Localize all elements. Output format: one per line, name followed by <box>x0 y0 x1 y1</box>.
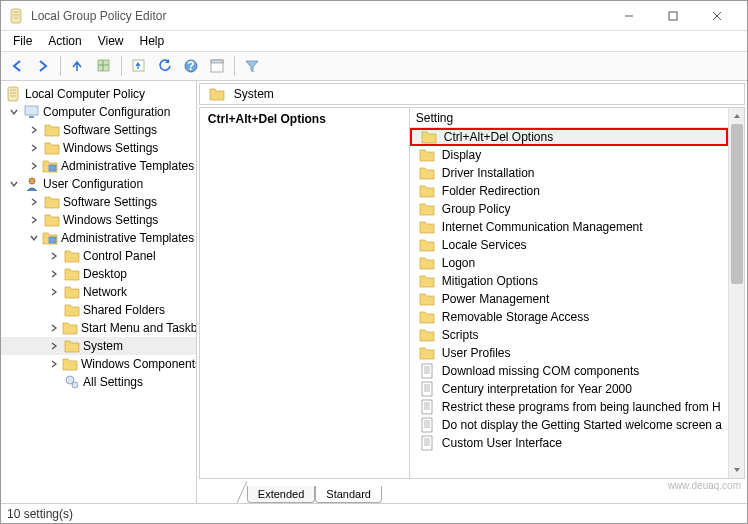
tree-label: Control Panel <box>83 249 156 263</box>
chevron-right-icon[interactable] <box>29 124 41 136</box>
chevron-down-icon[interactable] <box>9 178 21 190</box>
content-header: System <box>199 83 745 105</box>
tree-root[interactable]: Local Computer Policy <box>1 85 196 103</box>
chevron-right-icon[interactable] <box>49 322 59 334</box>
tab-standard[interactable]: Standard <box>315 486 382 503</box>
toolbar-separator <box>60 56 61 76</box>
tree-label: System <box>83 339 123 353</box>
list-item[interactable]: Century interpretation for Year 2000 <box>410 380 728 398</box>
folder-icon <box>419 291 435 307</box>
list-item[interactable]: Folder Redirection <box>410 182 728 200</box>
tree-label: Shared Folders <box>83 303 165 317</box>
menu-action[interactable]: Action <box>40 32 89 50</box>
scroll-down-button[interactable] <box>729 462 744 478</box>
list-item[interactable]: Do not display the Getting Started welco… <box>410 416 728 434</box>
list-item-label: Ctrl+Alt+Del Options <box>444 130 553 144</box>
settings-list[interactable]: Setting Ctrl+Alt+Del OptionsDisplayDrive… <box>410 108 728 478</box>
refresh-button[interactable] <box>153 54 177 78</box>
scroll-thumb[interactable] <box>731 124 743 284</box>
tree-uc-admin[interactable]: Administrative Templates <box>1 229 196 247</box>
chevron-right-icon[interactable] <box>29 160 39 172</box>
list-item[interactable]: Restrict these programs from being launc… <box>410 398 728 416</box>
tree-uc-software[interactable]: Software Settings <box>1 193 196 211</box>
tree-label: Software Settings <box>63 123 157 137</box>
chevron-right-icon[interactable] <box>49 268 61 280</box>
filter-button[interactable] <box>240 54 264 78</box>
properties-button[interactable] <box>205 54 229 78</box>
list-item[interactable]: Power Management <box>410 290 728 308</box>
tab-extended[interactable]: Extended <box>247 486 315 503</box>
chevron-right-icon[interactable] <box>49 358 59 370</box>
tree-cc-software[interactable]: Software Settings <box>1 121 196 139</box>
maximize-button[interactable] <box>651 2 695 30</box>
list-item-label: Internet Communication Management <box>442 220 643 234</box>
list-item-label: Folder Redirection <box>442 184 540 198</box>
chevron-right-icon[interactable] <box>49 340 61 352</box>
tree-label: Administrative Templates <box>61 231 194 245</box>
tree-cc-admin[interactable]: Administrative Templates <box>1 157 196 175</box>
close-button[interactable] <box>695 2 739 30</box>
toolbar-separator <box>234 56 235 76</box>
list-item-label: Logon <box>442 256 475 270</box>
policy-icon <box>419 399 435 415</box>
folder-blue-icon <box>42 230 58 246</box>
list-item[interactable]: Locale Services <box>410 236 728 254</box>
console-tree[interactable]: Local Computer Policy Computer Configura… <box>1 81 197 503</box>
folder-icon <box>44 212 60 228</box>
list-item[interactable]: Custom User Interface <box>410 434 728 452</box>
tree-desktop[interactable]: Desktop <box>1 265 196 283</box>
menu-help[interactable]: Help <box>132 32 173 50</box>
folder-icon <box>419 273 435 289</box>
tree-network[interactable]: Network <box>1 283 196 301</box>
menu-view[interactable]: View <box>90 32 132 50</box>
list-item[interactable]: User Profiles <box>410 344 728 362</box>
chevron-right-icon[interactable] <box>49 286 61 298</box>
list-item[interactable]: Internet Communication Management <box>410 218 728 236</box>
chevron-down-icon[interactable] <box>29 232 39 244</box>
up-button[interactable] <box>66 54 90 78</box>
menu-file[interactable]: File <box>5 32 40 50</box>
chevron-right-icon[interactable] <box>49 250 61 262</box>
tree-windows-components[interactable]: Windows Components <box>1 355 196 373</box>
scroll-up-button[interactable] <box>729 108 744 124</box>
minimize-button[interactable] <box>607 2 651 30</box>
tree-label: Desktop <box>83 267 127 281</box>
tree-uc-windows[interactable]: Windows Settings <box>1 211 196 229</box>
list-item-label: Custom User Interface <box>442 436 562 450</box>
tree-system[interactable]: System <box>1 337 196 355</box>
list-item[interactable]: Display <box>410 146 728 164</box>
help-button[interactable] <box>179 54 203 78</box>
list-item[interactable]: Scripts <box>410 326 728 344</box>
show-hide-tree-button[interactable] <box>92 54 116 78</box>
tree-start-menu[interactable]: Start Menu and Taskbar <box>1 319 196 337</box>
chevron-right-icon[interactable] <box>29 196 41 208</box>
vertical-scrollbar[interactable] <box>728 108 744 478</box>
list-column-header[interactable]: Setting <box>410 108 728 128</box>
tree-computer-config[interactable]: Computer Configuration <box>1 103 196 121</box>
chevron-right-icon[interactable] <box>29 214 41 226</box>
tree-user-config[interactable]: User Configuration <box>1 175 196 193</box>
list-item[interactable]: Logon <box>410 254 728 272</box>
list-item[interactable]: Mitigation Options <box>410 272 728 290</box>
column-setting: Setting <box>416 111 453 125</box>
toolbar-separator <box>121 56 122 76</box>
list-item[interactable]: Driver Installation <box>410 164 728 182</box>
list-item-label: Power Management <box>442 292 549 306</box>
tree-control-panel[interactable]: Control Panel <box>1 247 196 265</box>
chevron-right-icon[interactable] <box>29 142 41 154</box>
list-item[interactable]: Group Policy <box>410 200 728 218</box>
list-item[interactable]: Download missing COM components <box>410 362 728 380</box>
export-button[interactable] <box>127 54 151 78</box>
folder-icon <box>44 194 60 210</box>
tree-shared-folders[interactable]: Shared Folders <box>1 301 196 319</box>
list-item-label: User Profiles <box>442 346 511 360</box>
list-item-label: Driver Installation <box>442 166 535 180</box>
tree-all-settings[interactable]: All Settings <box>1 373 196 391</box>
tree-label: Start Menu and Taskbar <box>81 321 197 335</box>
chevron-down-icon[interactable] <box>9 106 21 118</box>
list-item[interactable]: Removable Storage Access <box>410 308 728 326</box>
list-item[interactable]: Ctrl+Alt+Del Options <box>410 128 728 146</box>
forward-button[interactable] <box>31 54 55 78</box>
back-button[interactable] <box>5 54 29 78</box>
tree-cc-windows[interactable]: Windows Settings <box>1 139 196 157</box>
